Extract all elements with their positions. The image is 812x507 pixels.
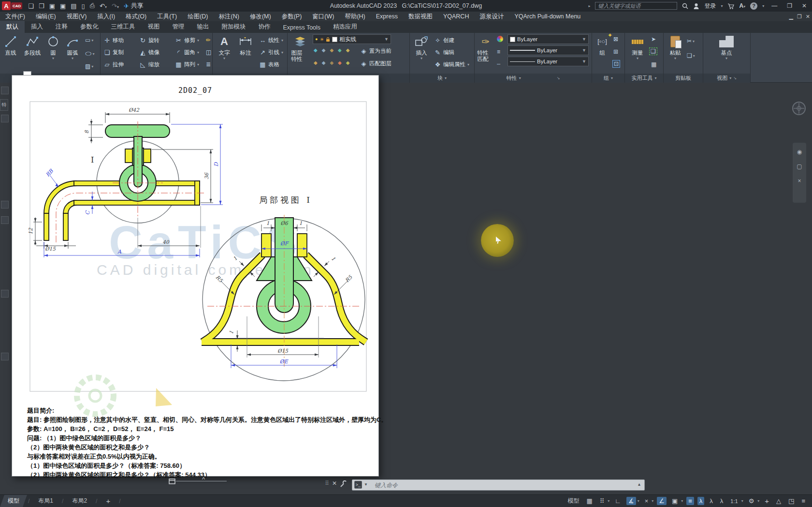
menu-insert[interactable]: 插入(I) — [92, 13, 120, 21]
redo-icon[interactable]: ↷▾ — [112, 2, 119, 10]
calculator-icon[interactable]: ▦ — [651, 61, 656, 68]
print-icon[interactable]: ⎙ — [90, 2, 95, 10]
customize-wrench-icon[interactable] — [340, 480, 347, 488]
app-menu-icon[interactable]: A — [2, 1, 11, 10]
minimize-button[interactable]: — — [769, 2, 780, 9]
arc-button[interactable]: 圆弧 ▾ — [63, 34, 82, 60]
doc-restore-icon[interactable]: ❐ — [797, 14, 802, 20]
ungroup-icon[interactable]: ⊠ — [613, 36, 618, 43]
signin-chevron-icon[interactable]: ▾ — [721, 4, 723, 8]
table-button[interactable]: ▦表格 — [259, 61, 279, 68]
insert-block-button[interactable]: 插入▾ — [412, 34, 431, 60]
layer-dropdown[interactable]: ● ☀ 粗实线 ▼ — [313, 34, 391, 44]
linetype-dropdown[interactable]: ByLayer▼ — [508, 57, 589, 66]
tab-view[interactable]: 视图 — [142, 21, 166, 33]
layer-properties-button[interactable]: 图层特性 — [290, 34, 311, 62]
user-icon[interactable] — [693, 3, 699, 9]
edit-attributes-button[interactable]: ❖编辑属性▾ — [434, 61, 469, 68]
tab-3dtools[interactable]: 三维工具 — [105, 21, 142, 33]
restore-button[interactable]: ❐ — [784, 2, 795, 9]
annotation-visibility-icon[interactable]: λ — [697, 497, 705, 505]
object-snap-icon[interactable]: ▣ — [670, 497, 680, 505]
tab-home[interactable]: 默认 — [0, 21, 25, 33]
object-snap-tracking-icon[interactable]: ∠ — [657, 497, 667, 505]
menu-format[interactable]: 格式(O) — [120, 13, 152, 21]
doc-close-icon[interactable]: ✕ — [806, 14, 810, 20]
stretch-button[interactable]: ▱拉伸 — [103, 61, 124, 68]
tab-addins[interactable]: 附加模块 — [216, 21, 252, 33]
tab-insert[interactable]: 插入 — [25, 21, 49, 33]
search-input[interactable] — [595, 2, 677, 10]
select-window-icon[interactable]: ❏ — [649, 47, 657, 55]
palette-grip-icon[interactable]: ⠿ — [325, 480, 329, 487]
autodesk-app-icon[interactable]: A▾ — [739, 2, 745, 9]
scale-button[interactable]: ◺缩放 — [139, 61, 160, 68]
panel-block-footer[interactable]: 块▾ — [410, 74, 474, 83]
ellipse-tool-icon[interactable]: ◯▾ — [85, 50, 94, 57]
edit-block-button[interactable]: ✎编辑 — [434, 49, 454, 56]
lineweight-dropdown[interactable]: ByLayer▼ — [508, 45, 589, 55]
copy-clip-icon[interactable]: ❏▾ — [687, 52, 695, 59]
quick-select-icon[interactable]: ➤ — [651, 36, 656, 43]
navigation-bar[interactable]: ◉ ▢ × — [793, 143, 806, 203]
docked-tool-icon[interactable] — [1, 115, 9, 122]
new-layout-button[interactable]: + — [98, 495, 118, 507]
measure-button[interactable]: 测量▾ — [627, 34, 648, 60]
isodraft-icon[interactable]: × — [643, 497, 651, 505]
zoom-extents-icon[interactable]: ▢ — [797, 163, 802, 170]
docked-tool-icon[interactable] — [1, 87, 9, 94]
annotation-scale-value[interactable]: 1:1 — [728, 498, 740, 505]
command-prompt-icon[interactable]: >_ — [354, 481, 362, 489]
paste-button[interactable]: 粘贴▾ — [666, 34, 685, 60]
open-file-icon[interactable]: ❒ — [39, 2, 44, 10]
search-expand-icon[interactable]: ▸ — [588, 4, 590, 8]
tab-manage[interactable]: 管理 — [166, 21, 191, 33]
pan-icon[interactable]: ◉ — [797, 149, 802, 155]
panel-view-footer[interactable]: 视图▾↘ — [703, 74, 750, 83]
copy-button[interactable]: ❏复制 — [103, 49, 124, 56]
grid-icon[interactable]: ▦ — [584, 497, 594, 505]
move-button[interactable]: ✛移动 — [103, 37, 124, 44]
trim-button[interactable]: ✂修剪▾ — [175, 37, 199, 44]
close-button[interactable]: ✕ — [799, 2, 809, 9]
tab-model[interactable]: 模型 — [0, 495, 27, 507]
tab-featured-apps[interactable]: 精选应用 — [327, 21, 363, 33]
hatch-tool-icon[interactable]: ▨▾ — [85, 63, 93, 70]
explode-icon[interactable]: ◫ — [206, 49, 211, 56]
doc-minimize-icon[interactable]: ▁ — [789, 14, 793, 20]
rotate-button[interactable]: ↻旋转 — [139, 37, 160, 44]
mobile-icon[interactable]: ▯ — [82, 2, 85, 10]
palette-close-icon[interactable]: ✕ — [332, 480, 337, 487]
layer-tools-row1[interactable]: ◆◆◆◆◆ — [314, 47, 350, 53]
help-icon[interactable]: ? — [750, 2, 757, 10]
leader-button[interactable]: ↗引线▾ — [259, 49, 283, 56]
group-button[interactable]: [▫○]✦ 组 — [593, 34, 611, 56]
menu-window[interactable]: 窗口(W) — [307, 13, 339, 21]
docked-tool-icon[interactable] — [1, 201, 9, 209]
menu-modify[interactable]: 修改(M) — [245, 13, 276, 21]
panel-utilities-footer[interactable]: 实用工具▾ — [625, 74, 663, 83]
offset-icon[interactable]: ≣ — [206, 61, 211, 68]
command-chevron-icon[interactable]: ▼ — [364, 482, 368, 487]
undo-icon[interactable]: ↶▾ — [100, 2, 107, 10]
docked-tool-icon[interactable] — [1, 353, 9, 360]
menu-yqarch[interactable]: YQARCH — [438, 13, 474, 20]
mirror-button[interactable]: ◭镜像 — [139, 49, 160, 56]
circle-button[interactable]: 圆 ▾ — [44, 34, 62, 60]
menu-view[interactable]: 视图(V) — [61, 13, 92, 21]
match-layer-button[interactable]: ◈匹配图层 — [360, 60, 392, 67]
color-dropdown[interactable]: ByLayer▼ — [508, 34, 589, 44]
dimension-button[interactable]: 标注 — [236, 34, 255, 56]
autocad-logo[interactable]: A CAD — [2, 1, 22, 10]
menu-tools[interactable]: 工具(T) — [152, 13, 182, 21]
set-current-button[interactable]: ◈置为当前 — [360, 47, 392, 55]
panel-properties-footer[interactable]: 特性▾↘ — [475, 74, 592, 83]
tab-annotate[interactable]: 注释 — [49, 21, 74, 33]
array-button[interactable]: ▦阵列▾ — [175, 61, 199, 68]
polyline-button[interactable]: 多段线 — [21, 34, 44, 56]
tab-parametric[interactable]: 参数化 — [74, 21, 105, 33]
docked-tool-icon[interactable] — [1, 216, 9, 224]
tab-output[interactable]: 输出 — [191, 21, 216, 33]
erase-icon[interactable]: ✏ — [206, 37, 211, 44]
drawing-file-tab[interactable] — [23, 71, 31, 75]
